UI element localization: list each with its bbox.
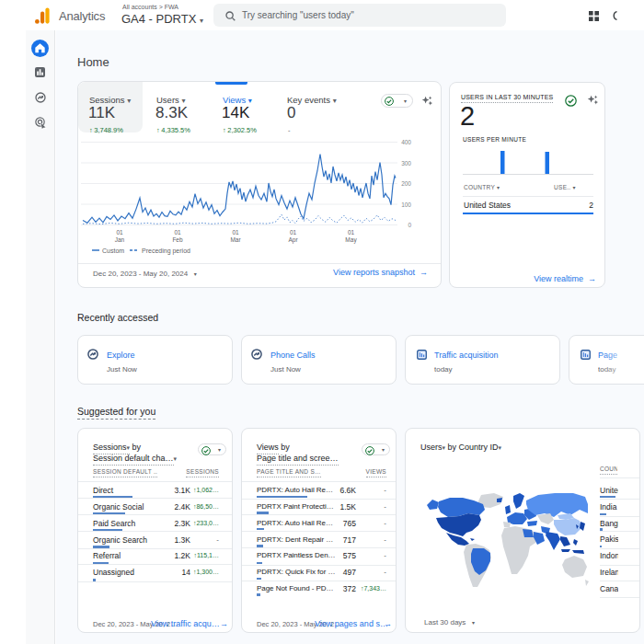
svg-text:400: 400 xyxy=(401,139,411,145)
svg-text:300: 300 xyxy=(401,160,411,167)
svg-text:01: 01 xyxy=(290,229,297,236)
svg-text:Jan: Jan xyxy=(115,236,125,243)
svg-text:100: 100 xyxy=(401,201,411,208)
svg-text:0: 0 xyxy=(408,222,411,228)
svg-text:Preceding period: Preceding period xyxy=(142,247,190,255)
svg-text:01: 01 xyxy=(116,229,123,236)
svg-text:May: May xyxy=(345,236,357,244)
svg-text:01: 01 xyxy=(174,229,181,236)
svg-text:Apr: Apr xyxy=(288,236,298,244)
svg-text:01: 01 xyxy=(348,229,355,236)
svg-text:Custom: Custom xyxy=(102,247,124,254)
svg-text:200: 200 xyxy=(401,180,411,187)
svg-text:Feb: Feb xyxy=(172,236,183,243)
svg-text:Mar: Mar xyxy=(230,236,241,243)
svg-text:01: 01 xyxy=(232,229,239,236)
